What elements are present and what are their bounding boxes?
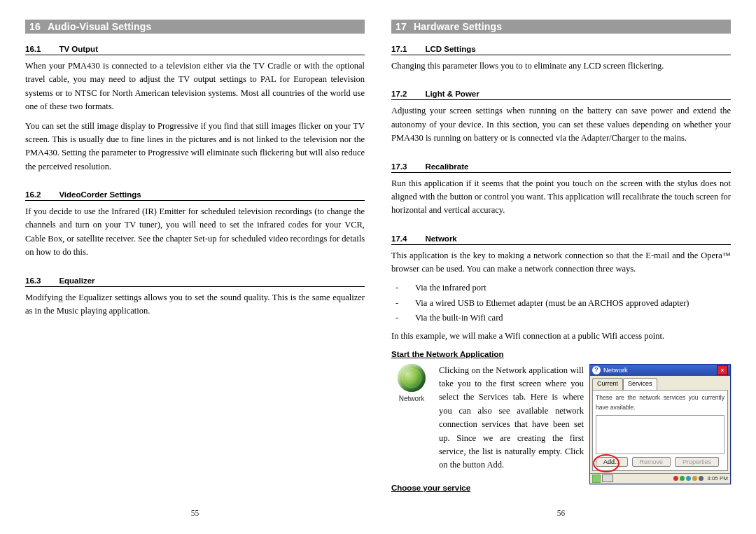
paragraph: Run this application if it seems that th… [391, 177, 731, 218]
dialog-panel: These are the network services you curre… [592, 390, 728, 470]
document-spread: 16 Audio-Visual Settings 16.1 TV Output … [0, 0, 756, 534]
section-title: Network [425, 234, 456, 243]
paragraph: This application is the key to making a … [391, 249, 731, 276]
section-body: Adjusting your screen settings when runn… [391, 104, 731, 145]
chapter-title: Audio-Visual Settings [48, 21, 152, 32]
section-title: Recalibrate [425, 162, 468, 171]
section-body: Run this application if it seems that th… [391, 177, 731, 218]
section-number: 16.2 [25, 190, 41, 199]
chapter-heading-16: 16 Audio-Visual Settings [25, 20, 365, 34]
clock: 3:05 PM [707, 475, 728, 483]
page-right: 17 Hardware Settings 17.1 LCD Settings C… [391, 20, 731, 517]
page-left: 16 Audio-Visual Settings 16.1 TV Output … [25, 20, 365, 517]
section-number: 16.1 [25, 45, 41, 53]
section-rule [391, 172, 731, 173]
paragraph: Changing this parameter llows you to to … [391, 59, 731, 73]
section-number: 17.4 [391, 234, 407, 243]
dialog-hint: These are the network services you curre… [596, 393, 724, 412]
paragraph: When your PMA430 is connected to a telev… [25, 59, 365, 114]
start-icon[interactable] [592, 475, 601, 483]
tray-icon [699, 476, 704, 481]
section-17-4: 17.4 Network This application is the key… [391, 229, 731, 498]
keyboard-icon[interactable] [602, 475, 613, 482]
section-number: 17.2 [391, 90, 407, 98]
tray-icon [673, 476, 678, 481]
list-item: -Via the infrared port [391, 281, 731, 295]
section-number: 16.3 [25, 276, 41, 285]
section-16-2: 16.2 VideoCorder Settings If you decide … [25, 185, 365, 265]
bullet-list: -Via the infrared port -Via a wired USB … [391, 281, 731, 325]
paragraph: In this example, we will make a Wifi con… [391, 330, 731, 343]
tab-current[interactable]: Current [592, 378, 623, 390]
tray-icon [686, 476, 691, 481]
section-rule [391, 55, 731, 55]
subheading-choose-service: Choose your service [391, 482, 584, 495]
system-tray: 3:05 PM [673, 475, 728, 483]
section-17-1: 17.1 LCD Settings Changing this paramete… [391, 39, 731, 78]
section-title: LCD Settings [425, 45, 475, 53]
list-item: -Via a wired USB to Ethernet adapter (mu… [391, 297, 731, 310]
paragraph: Modifying the Equalizer settings allows … [25, 291, 365, 318]
dialog-taskbar: 3:05 PM [590, 473, 730, 484]
remove-button[interactable]: Remove [632, 457, 671, 467]
page-number: 56 [391, 509, 731, 517]
section-rule [25, 200, 365, 201]
section-16-3: 16.3 Equalizer Modifying the Equalizer s… [25, 271, 365, 324]
section-title: TV Output [59, 45, 98, 53]
section-rule [391, 99, 731, 100]
close-button[interactable]: × [717, 365, 728, 375]
paragraph: Clicking on the Network application will… [439, 364, 584, 472]
section-number: 17.1 [391, 45, 407, 53]
paragraph: If you decide to use the Infrared (IR) E… [25, 205, 365, 260]
section-body: This application is the key to making a … [391, 249, 731, 498]
section-title: VideoCorder Settings [59, 190, 141, 199]
section-rule [25, 55, 365, 55]
tab-services[interactable]: Services [623, 378, 657, 390]
globe-icon [398, 364, 426, 392]
section-17-3: 17.3 Recalibrate Run this application if… [391, 157, 731, 223]
section-17-2: 17.2 Light & Power Adjusting your screen… [391, 84, 731, 150]
tray-icon [680, 476, 685, 481]
section-body: Modifying the Equalizer settings allows … [25, 291, 365, 318]
list-item: -Via the built-in Wifi card [391, 311, 731, 325]
dialog-tabs: Current Services [592, 378, 728, 390]
network-icon-block: Network [391, 364, 432, 405]
page-number: 55 [25, 509, 365, 517]
dialog-title: Network [603, 365, 628, 376]
annotation-circle-icon [593, 454, 620, 472]
section-body: When your PMA430 is connected to a telev… [25, 59, 365, 174]
section-body: If you decide to use the Infrared (IR) E… [25, 205, 365, 260]
section-body: Changing this parameter llows you to to … [391, 59, 731, 73]
paragraph: Adjusting your screen settings when runn… [391, 104, 731, 145]
subheading-start-network: Start the Network Application [391, 349, 731, 361]
section-number: 17.3 [391, 162, 407, 171]
chapter-number: 17 [396, 21, 407, 32]
section-rule [25, 286, 365, 287]
network-dialog: ? Network × Current Services These are t… [589, 364, 731, 484]
section-title: Equalizer [59, 276, 94, 285]
dialog-titlebar: ? Network × [590, 365, 730, 377]
section-rule [391, 244, 731, 245]
chapter-title: Hardware Settings [414, 21, 502, 32]
chapter-number: 16 [29, 21, 41, 32]
paragraph: You can set the still image display to P… [25, 120, 365, 174]
chapter-heading-17: 17 Hardware Settings [391, 20, 731, 34]
network-icon-label: Network [391, 393, 432, 405]
tray-icon [692, 476, 697, 481]
properties-button[interactable]: Properties [675, 457, 719, 467]
help-icon: ? [592, 366, 601, 374]
section-title: Light & Power [425, 90, 479, 98]
section-16-1: 16.1 TV Output When your PMA430 is conne… [25, 39, 365, 179]
services-listbox[interactable] [596, 415, 724, 454]
